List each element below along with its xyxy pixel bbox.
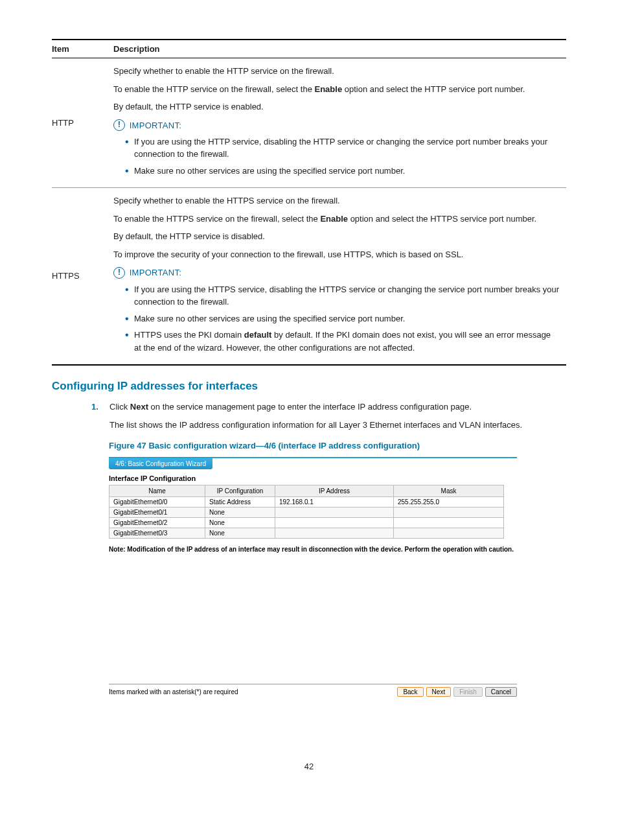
steps-list: 1. Click Next on the service management … (52, 401, 566, 432)
cancel-button[interactable]: Cancel (485, 687, 517, 697)
desc-cell: Specify whether to enable the HTTP servi… (113, 58, 566, 188)
wizard-note: Note: Modification of the IP address of … (109, 545, 514, 554)
th-name: Name (109, 485, 205, 497)
page-number: 42 (52, 762, 566, 771)
footer-hint: Items marked with an asterisk(*) are req… (109, 688, 238, 695)
step-item: 1. Click Next on the service management … (109, 401, 566, 432)
wizard-subtitle: Interface IP Configuration (109, 474, 517, 482)
desc-text: To improve the security of your connecti… (113, 248, 560, 261)
col-desc: Description (113, 40, 566, 58)
section-heading: Configuring IP addresses for interfaces (52, 380, 566, 393)
th-ipaddr: IP Address (275, 485, 394, 497)
desc-text: To enable the HTTP service on the firewa… (113, 83, 560, 96)
desc-text: Specify whether to enable the HTTPS serv… (113, 194, 560, 207)
th-mask: Mask (394, 485, 504, 497)
bullet-item: Make sure no other services are using th… (125, 312, 560, 325)
bullet-list: If you are using the HTTPS service, disa… (113, 283, 560, 355)
desc-text: Specify whether to enable the HTTP servi… (113, 65, 560, 78)
important-label: IMPORTANT: (130, 120, 182, 130)
table-row[interactable]: GigabitEthernet0/1 None (109, 508, 504, 518)
wizard-screenshot: 4/6: Basic Configuration Wizard Interfac… (109, 457, 517, 723)
table-row[interactable]: GigabitEthernet0/0 Static Address 192.16… (109, 497, 504, 508)
next-button[interactable]: Next (426, 687, 452, 697)
table-row: HTTPS Specify whether to enable the HTTP… (52, 188, 566, 365)
item-cell: HTTP (52, 58, 113, 188)
col-item: Item (52, 40, 113, 58)
desc-text: By default, the HTTP service is enabled. (113, 100, 560, 113)
alert-icon: ! (113, 267, 125, 279)
wizard-footer: Items marked with an asterisk(*) are req… (109, 684, 517, 697)
bullet-item: If you are using the HTTP service, disab… (125, 135, 560, 161)
alert-icon: ! (113, 119, 125, 131)
back-button[interactable]: Back (397, 687, 423, 697)
table-row: HTTP Specify whether to enable the HTTP … (52, 58, 566, 188)
finish-button: Finish (453, 687, 483, 697)
desc-cell: Specify whether to enable the HTTPS serv… (113, 188, 566, 365)
figure-caption: Figure 47 Basic configuration wizard—4/6… (109, 441, 566, 450)
th-ipcfg: IP Configuration (205, 485, 275, 497)
item-cell: HTTPS (52, 188, 113, 365)
important-callout: ! IMPORTANT: (113, 266, 560, 279)
important-label: IMPORTANT: (130, 268, 182, 277)
table-row[interactable]: GigabitEthernet0/2 None (109, 518, 504, 528)
table-row[interactable]: GigabitEthernet0/3 None (109, 528, 504, 539)
description-table: Item Description HTTP Specify whether to… (52, 39, 566, 366)
ip-config-table: Name IP Configuration IP Address Mask Gi… (109, 485, 504, 539)
desc-text: To enable the HTTPS service on the firew… (113, 213, 560, 226)
bullet-item: HTTPS uses the PKI domain default by def… (125, 329, 560, 354)
bullet-item: If you are using the HTTPS service, disa… (125, 283, 560, 309)
desc-text: By default, the HTTP service is disabled… (113, 230, 560, 243)
important-callout: ! IMPORTANT: (113, 119, 560, 132)
bullet-item: Make sure no other services are using th… (125, 165, 560, 178)
bullet-list: If you are using the HTTP service, disab… (113, 135, 560, 178)
step-number: 1. (91, 401, 98, 414)
wizard-tab: 4/6: Basic Configuration Wizard (109, 458, 212, 469)
step-subtext: The list shows the IP address configurat… (109, 419, 566, 432)
